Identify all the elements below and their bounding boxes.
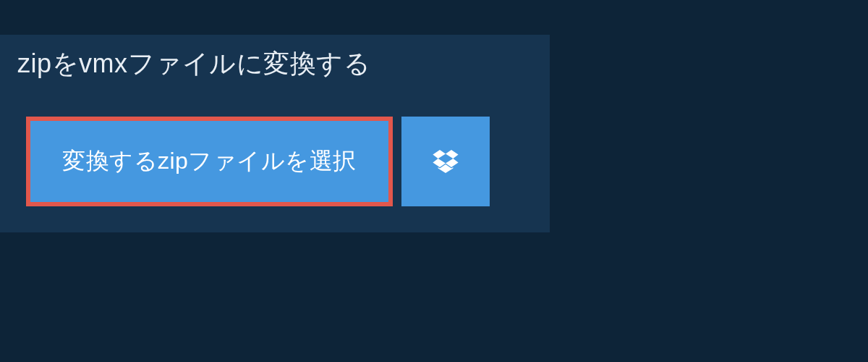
title-bar: zipをvmxファイルに変換する — [0, 35, 456, 96]
dropbox-button[interactable] — [401, 117, 490, 206]
button-row: 変換するzipファイルを選択 — [0, 117, 550, 206]
select-file-button[interactable]: 変換するzipファイルを選択 — [30, 121, 388, 202]
dropbox-icon — [430, 146, 461, 177]
page-title: zipをvmxファイルに変換する — [17, 46, 438, 82]
select-file-label: 変換するzipファイルを選択 — [62, 146, 357, 177]
select-button-highlight: 変換するzipファイルを選択 — [26, 117, 393, 206]
converter-panel: zipをvmxファイルに変換する 変換するzipファイルを選択 — [0, 35, 550, 232]
